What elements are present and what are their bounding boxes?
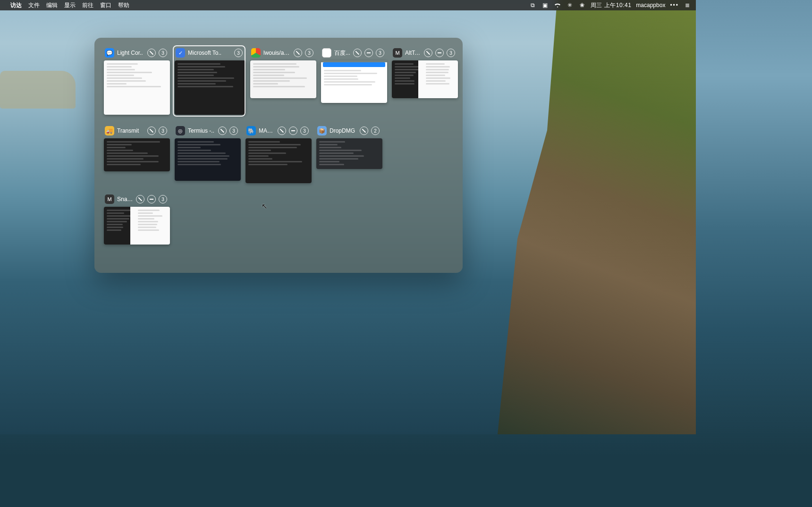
tile-thumbnail[interactable] [104, 207, 170, 245]
switcher-tile-dropdmg[interactable]: 📦DropDMG2 [315, 124, 381, 170]
tile-fullscreen-button[interactable] [294, 49, 302, 57]
tile-header: MAltTab.3 [392, 47, 456, 59]
tile-header: 🚚Transmit3 [104, 125, 168, 136]
status-screenrecord-icon[interactable]: ⧉ [529, 2, 537, 8]
tile-title: MAM... [259, 127, 275, 134]
tile-fullscreen-button[interactable] [218, 127, 227, 135]
switcher-tile-chrome[interactable]: lwouis/alt...3 [249, 46, 315, 99]
tile-header: MSnailS.3 [104, 194, 168, 205]
app-icon-alttab: M [393, 48, 402, 58]
tile-header: 💬Light Cor..3 [104, 47, 168, 59]
app-icon-mstodo: ✓ [176, 48, 185, 58]
status-camera-icon[interactable]: ▣ [541, 2, 549, 8]
menubar-app-menus: 访达 文件 编辑 显示 前往 窗口 帮助 [10, 1, 129, 9]
tile-title: Light Cor.. [117, 50, 144, 56]
app-icon-baidu: ∞ [322, 48, 331, 58]
app-icon-mamp: 🐘 [246, 126, 256, 135]
alttab-switcher-panel: 💬Light Cor..3✓Microsoft To..3lwouis/alt.… [94, 38, 463, 273]
tile-fullscreen-button[interactable] [147, 127, 156, 135]
menubar-status-area: ⧉ ▣ ✳ ❀ 周三 上午10:41 macappbox ••• ≣ [529, 1, 691, 9]
tile-header: lwouis/alt...3 [250, 47, 314, 59]
menu-window[interactable]: 窗口 [100, 1, 111, 9]
app-icon-termius: ◎ [176, 126, 185, 135]
menu-view[interactable]: 显示 [64, 1, 76, 9]
app-icon-transmit: 🚚 [105, 126, 114, 135]
switcher-tile-baidu[interactable]: ∞百度...3 [320, 46, 386, 104]
tile-thumbnail[interactable] [321, 60, 387, 103]
switcher-tile-transmit[interactable]: 🚚Transmit3 [103, 124, 169, 172]
tile-thumbnail[interactable] [175, 138, 241, 181]
tile-window-count-badge[interactable]: 2 [371, 127, 380, 135]
tile-title: Microsoft To.. [188, 50, 231, 56]
tile-title: AltTab. [405, 50, 421, 56]
tile-window-count-badge[interactable]: 3 [447, 49, 455, 57]
menubar-overflow-icon[interactable]: ••• [670, 2, 679, 8]
menubar-app-name[interactable]: 访达 [10, 1, 22, 9]
app-icon-chrome [251, 48, 261, 58]
app-icon-snailsvn: M [105, 194, 114, 204]
tile-header: ∞百度...3 [321, 47, 385, 59]
mouse-cursor-icon: ↖ [262, 202, 268, 211]
tile-thumbnail[interactable] [392, 60, 458, 98]
switcher-tile-mamp[interactable]: 🐘MAM...3 [245, 124, 311, 184]
switcher-tile-snailsvn[interactable]: MSnailS.3 [103, 193, 169, 245]
switcher-tile-alttab[interactable]: MAltTab.3 [391, 46, 457, 99]
switcher-tile-lightcor[interactable]: 💬Light Cor..3 [103, 46, 169, 116]
tile-window-count-badge[interactable]: 3 [234, 49, 243, 57]
tile-minimize-button[interactable] [289, 127, 297, 135]
tile-thumbnail[interactable] [245, 138, 312, 183]
tile-title: SnailS. [117, 196, 133, 203]
tile-window-count-badge[interactable]: 3 [159, 49, 167, 57]
tile-fullscreen-button[interactable] [147, 49, 156, 57]
menu-edit[interactable]: 编辑 [46, 1, 58, 9]
tile-thumbnail[interactable] [104, 60, 170, 115]
tile-window-count-badge[interactable]: 3 [305, 49, 313, 57]
tile-title: DropDMG [330, 127, 357, 134]
status-bluetooth-icon[interactable]: ✳ [566, 2, 574, 8]
app-icon-lightcor: 💬 [105, 48, 114, 58]
tile-fullscreen-button[interactable] [136, 195, 144, 203]
status-wifi-icon[interactable] [554, 2, 561, 8]
menubar-user[interactable]: macappbox [636, 2, 665, 8]
tile-fullscreen-button[interactable] [278, 127, 286, 135]
tile-window-count-badge[interactable]: 3 [159, 127, 167, 135]
tile-window-count-badge[interactable]: 3 [159, 195, 167, 203]
menubar: 访达 文件 编辑 显示 前往 窗口 帮助 ⧉ ▣ ✳ ❀ 周三 上午10:41 … [0, 0, 696, 10]
tile-minimize-button[interactable] [364, 49, 373, 57]
menu-file[interactable]: 文件 [28, 1, 40, 9]
tile-title: Termius -.. [188, 127, 215, 134]
status-extra-icon[interactable]: ❀ [578, 2, 586, 8]
tile-fullscreen-button[interactable] [353, 49, 362, 57]
menu-go[interactable]: 前往 [82, 1, 93, 9]
app-icon-dropdmg: 📦 [317, 126, 327, 135]
tile-fullscreen-button[interactable] [360, 127, 368, 135]
menubar-clock[interactable]: 周三 上午10:41 [591, 1, 631, 9]
tile-header: ◎Termius -..3 [175, 125, 239, 136]
wallpaper-cliff-left [0, 71, 76, 109]
tile-window-count-badge[interactable]: 3 [229, 127, 238, 135]
tile-header: 📦DropDMG2 [316, 125, 381, 136]
tile-thumbnail[interactable] [104, 138, 170, 171]
tile-fullscreen-button[interactable] [424, 49, 432, 57]
menu-help[interactable]: 帮助 [118, 1, 129, 9]
tile-minimize-button[interactable] [435, 49, 444, 57]
tile-thumbnail[interactable] [175, 60, 245, 115]
tile-header: 🐘MAM...3 [245, 125, 310, 136]
menubar-list-icon[interactable]: ≣ [684, 2, 691, 8]
tile-thumbnail[interactable] [316, 138, 382, 169]
tile-window-count-badge[interactable]: 3 [300, 127, 309, 135]
switcher-tile-termius[interactable]: ◎Termius -..3 [174, 124, 240, 182]
switcher-tile-mstodo[interactable]: ✓Microsoft To..3 [174, 46, 245, 116]
tile-minimize-button[interactable] [147, 195, 156, 203]
tile-title: lwouis/alt... [263, 50, 291, 56]
tile-title: 百度... [334, 49, 350, 57]
tile-header: ✓Microsoft To..3 [175, 47, 244, 59]
tile-title: Transmit [117, 127, 144, 134]
tile-thumbnail[interactable] [250, 60, 316, 98]
tile-window-count-badge[interactable]: 3 [376, 49, 384, 57]
